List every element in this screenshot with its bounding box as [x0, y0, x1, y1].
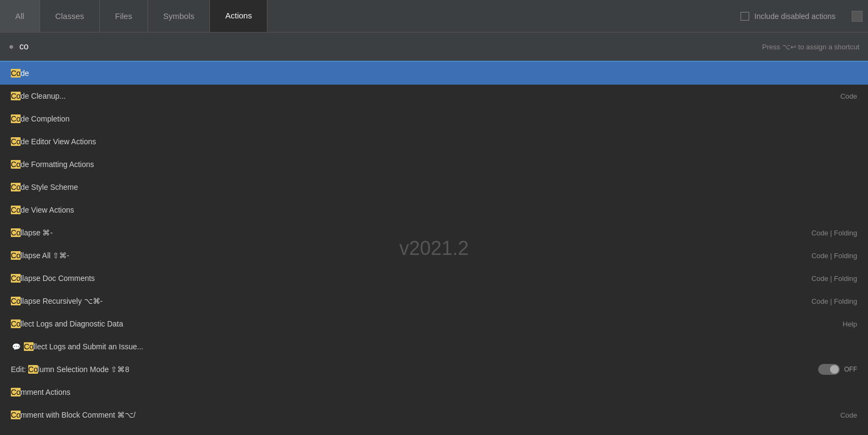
list-item[interactable]: Collapse All ⇧⌘- Code | Folding: [0, 244, 868, 267]
list-item-label: Collapse Doc Comments: [11, 274, 770, 283]
tab-bar: All Classes Files Symbols Actions Includ…: [0, 0, 868, 33]
highlight: Co: [11, 183, 21, 191]
tab-actions-label: Actions: [225, 11, 252, 20]
tab-symbols[interactable]: Symbols: [148, 0, 210, 32]
list-item-label: Collapse All ⇧⌘-: [11, 251, 770, 260]
highlight: Co: [11, 206, 21, 214]
toggle-label: OFF: [844, 366, 857, 373]
list-item-label: Edit: Column Selection Mode ⇧⌘8: [11, 365, 818, 374]
window-controls: [846, 0, 868, 32]
list-item[interactable]: Collapse Recursively ⌥⌘- Code | Folding: [0, 290, 868, 312]
shortcut-hint: Press ⌥↩ to assign a shortcut: [762, 43, 859, 51]
list-item-label: Code Cleanup...: [11, 92, 770, 100]
list-item-category: Help: [770, 320, 857, 328]
list-item-label: Code Editor View Actions: [11, 137, 770, 146]
tab-files[interactable]: Files: [100, 0, 148, 32]
toggle-off-switch[interactable]: [818, 364, 840, 375]
highlight: Co: [11, 319, 21, 328]
list-item-label: Collapse ⌘-: [11, 228, 770, 237]
search-icon: ●: [9, 42, 14, 52]
search-bar: ● co Press ⌥↩ to assign a shortcut: [0, 33, 868, 62]
list-item-label: Code View Actions: [11, 206, 770, 214]
highlight: Co: [24, 342, 34, 351]
tab-files-label: Files: [115, 11, 132, 21]
highlight: Co: [11, 228, 21, 237]
highlight: Co: [11, 137, 21, 146]
list-item-label: Comment with Block Comment ⌘⌥/: [11, 411, 770, 419]
highlight: Co: [11, 388, 21, 396]
list-item[interactable]: 💬 Collect Logs and Submit an Issue...: [0, 335, 868, 358]
list-item-label: Code Formatting Actions: [11, 160, 770, 169]
list-item-label: Comment Actions: [11, 388, 770, 396]
tab-all[interactable]: All: [0, 0, 40, 32]
list-item-category: Code | Folding: [770, 274, 857, 283]
highlight: Co: [11, 251, 21, 260]
window-button[interactable]: [852, 11, 863, 22]
tab-actions[interactable]: Actions: [210, 0, 267, 32]
include-disabled-label: Include disabled actions: [755, 12, 835, 21]
highlight: Co: [28, 365, 38, 374]
list-item[interactable]: Code View Actions: [0, 199, 868, 221]
list-item-label: Collect Logs and Diagnostic Data: [11, 319, 770, 328]
list-item[interactable]: Code Editor View Actions: [0, 130, 868, 153]
list-item-category: Code: [770, 92, 857, 100]
list-item-label: Collect Logs and Submit an Issue...: [24, 342, 770, 351]
include-disabled-section: Include disabled actions: [730, 0, 846, 32]
highlight: Co: [11, 114, 21, 123]
tab-spacer: [267, 0, 729, 32]
list-item[interactable]: Code Style Scheme: [0, 176, 868, 199]
include-disabled-checkbox[interactable]: [741, 12, 749, 21]
toggle-wrap: OFF: [818, 364, 857, 375]
list-item[interactable]: Comment with Block Comment ⌘⌥/ Code: [0, 404, 868, 426]
list-item[interactable]: Comment Actions: [0, 381, 868, 404]
comment-icon: 💬: [11, 343, 22, 351]
list-item[interactable]: Code: [0, 62, 868, 85]
list-item[interactable]: Collapse ⌘- Code | Folding: [0, 221, 868, 244]
list-item-category: Code | Folding: [770, 297, 857, 305]
highlight: Co: [11, 411, 21, 419]
list-item-category: Code | Folding: [770, 252, 857, 260]
list-item[interactable]: Code Cleanup... Code: [0, 85, 868, 107]
highlight: Co: [11, 69, 21, 78]
tab-classes-label: Classes: [55, 11, 84, 21]
search-input[interactable]: co: [20, 42, 757, 52]
list-item-label: Code Completion: [11, 114, 770, 123]
list-item[interactable]: Code Formatting Actions: [0, 153, 868, 176]
list-item[interactable]: Collapse Doc Comments Code | Folding: [0, 267, 868, 290]
list-item[interactable]: Collect Logs and Diagnostic Data Help: [0, 312, 868, 335]
highlight: Co: [11, 160, 21, 169]
list-item-category: Code: [770, 411, 857, 419]
list-item-label: Code Style Scheme: [11, 183, 770, 191]
list-area: v2021.2 Code Code Cleanup... Code Code C…: [0, 62, 868, 435]
list-item[interactable]: Edit: Column Selection Mode ⇧⌘8 OFF: [0, 358, 868, 381]
list-item-label: Code: [11, 69, 770, 78]
tab-symbols-label: Symbols: [163, 11, 195, 21]
highlight: Co: [11, 92, 21, 100]
list-item[interactable]: Code Completion: [0, 107, 868, 130]
highlight: Co: [11, 297, 21, 305]
list-item-label: Collapse Recursively ⌥⌘-: [11, 297, 770, 305]
tab-classes[interactable]: Classes: [40, 0, 100, 32]
highlight: Co: [11, 274, 21, 283]
tab-all-label: All: [15, 11, 24, 21]
list-item-category: Code | Folding: [770, 229, 857, 237]
